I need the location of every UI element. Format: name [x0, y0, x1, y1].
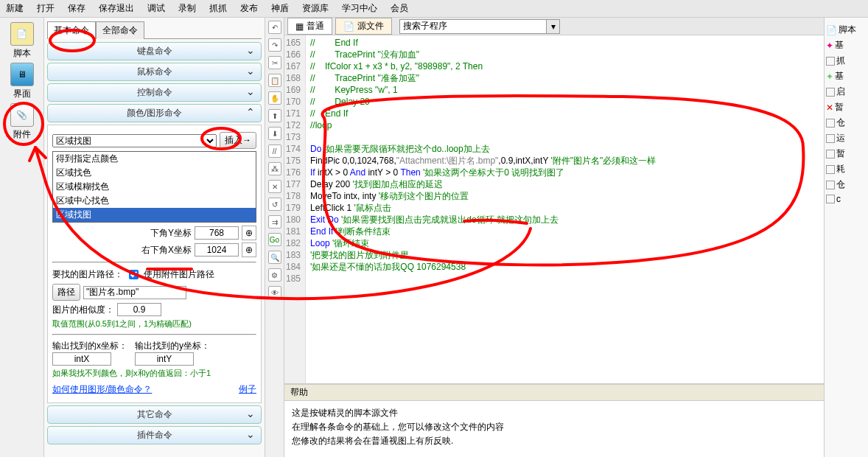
dropdown-option[interactable]: 区域模糊找色 [53, 180, 256, 194]
ui-icon: 🖥 [10, 63, 34, 86]
attachment-icon: 📎 [10, 103, 34, 127]
hdr-plugin[interactable]: 插件命令 [47, 426, 262, 444]
outy-input[interactable] [135, 352, 194, 366]
right-item[interactable]: ✕暂 [826, 101, 867, 114]
hdr-mouse[interactable]: 鼠标命令 [47, 63, 262, 81]
toolbar-item[interactable]: 抓抓 [209, 2, 227, 15]
tab-normal-view[interactable]: ▦普通 [287, 18, 332, 35]
similarity-label: 图片的相似度： [52, 304, 114, 316]
tool-icon[interactable]: // [268, 144, 281, 158]
right-item[interactable]: ✦基 [826, 70, 867, 83]
rail-label: 附件 [5, 128, 39, 141]
right-item[interactable]: 仓 [826, 116, 867, 129]
path-label: 要找的图片路径： [52, 268, 123, 281]
dropdown-option[interactable]: 区域中心找色 [53, 194, 256, 208]
command-dropdown[interactable]: 得到指定点颜色 区域找色 区域模糊找色 区域中心找色 区域找图 [52, 151, 256, 223]
tool-icon[interactable]: ⇉ [268, 215, 281, 228]
toolbar-item[interactable]: 保存退出 [99, 2, 134, 15]
right-item[interactable]: 仓 [826, 178, 867, 191]
dropdown-option-selected[interactable]: 区域找图 [53, 208, 256, 222]
tool-icon[interactable]: ✕ [268, 180, 281, 193]
toolbar-item[interactable]: 学习中心 [342, 2, 377, 15]
toolbar-item[interactable]: 会员 [391, 2, 408, 15]
right-item[interactable]: 耗 [826, 163, 867, 175]
tab-source-view[interactable]: 📄源文件 [335, 18, 392, 35]
coord-x-input[interactable] [195, 243, 239, 257]
picker-icon[interactable]: ⊕ [242, 243, 256, 257]
right-item[interactable]: c [826, 194, 867, 204]
coord-y-input[interactable] [195, 226, 239, 240]
tool-icon[interactable]: ⬇ [268, 127, 281, 140]
tool-icon[interactable]: ✋ [268, 91, 281, 105]
command-select[interactable]: 区域找图 [52, 134, 217, 147]
dropdown-option[interactable]: 区域找色 [53, 166, 256, 180]
insert-button[interactable]: 插入→ [220, 132, 256, 149]
outx-label: 输出找到的x坐标： [52, 340, 127, 352]
path-input[interactable] [83, 286, 186, 299]
left-rail: 📄 脚本 🖥 界面 📎 附件 [0, 18, 44, 457]
example-link[interactable]: 例子 [239, 383, 256, 396]
coord-x-label: 右下角X坐标 [141, 244, 192, 257]
tool-icon[interactable]: ✂ [268, 56, 281, 69]
right-item[interactable]: 暂 [826, 147, 867, 160]
outx-input[interactable] [52, 352, 111, 366]
rail-label: 脚本 [5, 47, 39, 60]
rail-btn-ui[interactable]: 🖥 界面 [5, 63, 39, 100]
path-button[interactable]: 路径 [52, 284, 80, 301]
toolbar-item[interactable]: 调试 [147, 2, 165, 15]
toolbar-item[interactable]: 神盾 [271, 2, 289, 15]
tool-icon[interactable]: 👁 [268, 286, 281, 299]
right-item[interactable]: 抓 [826, 55, 867, 67]
similarity-input[interactable] [117, 303, 161, 316]
picker-icon[interactable]: ⊕ [242, 226, 256, 240]
help-line: 您修改的结果将会在普通视图上有所反映. [292, 435, 816, 447]
hdr-keyboard[interactable]: 键盘命令 [47, 42, 262, 60]
use-attachment-label: 使用附件图片路径 [144, 268, 214, 281]
outy-label: 输出找到的y坐标： [135, 340, 210, 352]
toolbar-item[interactable]: 保存 [68, 2, 85, 15]
tool-icon[interactable]: 🔍 [268, 251, 281, 264]
help-line: 在理解各条命令的基础上，您可以修改这个文件的内容 [292, 421, 816, 433]
color-panel-body: 区域找图 插入→ 得到指定点颜色 区域找色 区域模糊找色 区域中心找色 区域找图… [47, 125, 262, 403]
tab-basic-commands[interactable]: 基本命令 [47, 21, 96, 39]
tool-icon[interactable]: 📋 [268, 74, 281, 87]
grid-icon: ▦ [295, 21, 304, 32]
tool-icon[interactable]: ⬆ [268, 109, 281, 122]
toolbar-item[interactable]: 打开 [37, 2, 55, 15]
right-item[interactable]: 启 [826, 86, 867, 98]
tool-icon[interactable]: ↷ [268, 38, 281, 52]
hdr-other[interactable]: 其它命令 [47, 405, 262, 424]
search-procedure-input[interactable] [399, 19, 547, 34]
similarity-hint: 取值范围(从0.5到1之间，1为精确匹配) [52, 318, 256, 329]
use-attachment-checkbox[interactable] [129, 270, 139, 279]
toolbar-item[interactable]: 新建 [6, 2, 24, 15]
right-item[interactable]: ✦基 [826, 39, 867, 52]
top-toolbar: 新建 打开 保存 保存退出 调试 录制 抓抓 发布 神盾 资源库 学习中心 会员 [0, 0, 868, 18]
tool-icon[interactable]: Go [268, 233, 281, 246]
dropdown-option[interactable]: 得到指定点颜色 [53, 152, 256, 166]
rail-btn-script[interactable]: 📄 脚本 [5, 22, 39, 60]
hdr-color[interactable]: 颜色/图形命令 [47, 104, 262, 122]
rail-label: 界面 [5, 88, 39, 100]
command-tab-strip: 基本命令 全部命令 [47, 21, 262, 39]
tool-icon-strip: ↶ ↷ ✂ 📋 ✋ ⬆ ⬇ // ⁂ ✕ ↺ ⇉ Go 🔍 ⚙ 👁 [265, 18, 284, 457]
help-header: 帮助 [284, 385, 824, 401]
rail-btn-attachment[interactable]: 📎 附件 [5, 103, 39, 141]
toolbar-item[interactable]: 录制 [178, 2, 196, 15]
help-link[interactable]: 如何使用图形/颜色命令？ [52, 383, 152, 396]
code-lines[interactable]: // End If// TracePrint "没有加血"// IfColor … [306, 35, 660, 383]
editor-area: ▦普通 📄源文件 ▾ 16516616716816917017117217317… [284, 18, 824, 457]
right-rail: 📄脚本 ✦基 抓 ✦基 启 ✕暂 仓 运 暂 耗 仓 c [824, 18, 868, 457]
tool-icon[interactable]: ↶ [268, 21, 281, 34]
search-dropdown-icon[interactable]: ▾ [547, 19, 560, 34]
toolbar-item[interactable]: 发布 [240, 2, 258, 15]
toolbar-item[interactable]: 资源库 [302, 2, 329, 15]
line-gutter: 1651661671681691701711721731741751761771… [284, 35, 306, 383]
tool-icon[interactable]: ⁂ [268, 162, 281, 175]
code-editor[interactable]: 1651661671681691701711721731741751761771… [284, 35, 824, 383]
hdr-control[interactable]: 控制命令 [47, 83, 262, 102]
right-item[interactable]: 运 [826, 132, 867, 144]
tool-icon[interactable]: ⚙ [268, 268, 281, 282]
tab-all-commands[interactable]: 全部命令 [96, 21, 144, 39]
tool-icon[interactable]: ↺ [268, 198, 281, 211]
